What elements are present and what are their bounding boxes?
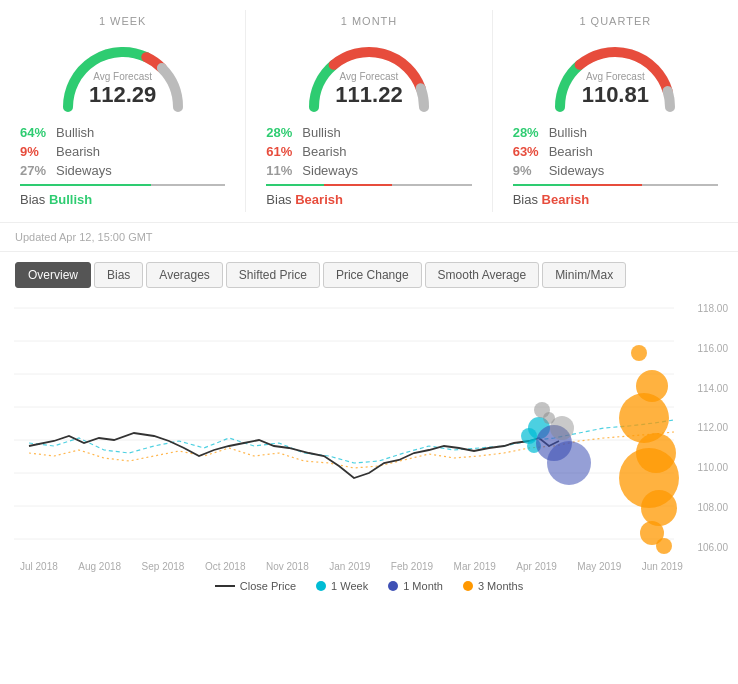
bias-line-week: Bias Bullish (20, 192, 225, 207)
x-tick: Jul 2018 (20, 561, 58, 572)
x-tick: Mar 2019 (454, 561, 496, 572)
tabs-section: OverviewBiasAveragesShifted PricePrice C… (0, 252, 738, 293)
svg-point-21 (641, 490, 677, 526)
bullish-line-month: 28% Bullish (266, 125, 471, 140)
y-tick: 110.00 (683, 462, 733, 473)
bullish-pct-quarter: 28% (513, 125, 549, 140)
bias-text-month: Bias (266, 192, 295, 207)
tab-averages[interactable]: Averages (146, 262, 222, 288)
y-axis: 118.00116.00114.00112.00110.00108.00106.… (683, 298, 733, 558)
sideways-label-quarter: Sideways (549, 163, 605, 178)
x-tick: Oct 2018 (205, 561, 246, 572)
y-tick: 114.00 (683, 383, 733, 394)
legend-label-1-month: 1 Month (403, 580, 443, 592)
x-tick: May 2019 (577, 561, 621, 572)
legend-label-close-price: Close Price (240, 580, 296, 592)
gauge-panel-month: 1 MONTH Avg Forecast 111.22 28% Bullish (246, 10, 492, 212)
legend-item-1-month: 1 Month (388, 580, 443, 592)
bias-line-month: Bias Bearish (266, 192, 471, 207)
legend-dot-1-month (388, 581, 398, 591)
y-tick: 108.00 (683, 502, 733, 513)
bias-text-quarter: Bias (513, 192, 542, 207)
chart-svg-wrapper (5, 298, 683, 558)
gauge-label-month: Avg Forecast 111.22 (335, 71, 402, 108)
bullish-pct-month: 28% (266, 125, 302, 140)
avg-forecast-label-month: Avg Forecast (335, 71, 402, 82)
gauge-panel-quarter: 1 QUARTER Avg Forecast 110.81 28% Bullis… (493, 10, 738, 212)
bullish-line-week: 64% Bullish (20, 125, 225, 140)
svg-point-23 (656, 538, 672, 554)
x-tick: Nov 2018 (266, 561, 309, 572)
bearish-line-month: 61% Bearish (266, 144, 471, 159)
legend-item-3-months: 3 Months (463, 580, 523, 592)
legend-row: Close Price 1 Week 1 Month 3 Months (5, 575, 733, 600)
bias-text-week: Bias (20, 192, 49, 207)
y-tick: 106.00 (683, 542, 733, 553)
x-tick: Apr 2019 (516, 561, 557, 572)
bearish-label-quarter: Bearish (549, 144, 593, 159)
legend-dot-3-months (463, 581, 473, 591)
x-tick: Sep 2018 (142, 561, 185, 572)
tab-minim-max[interactable]: Minim/Max (542, 262, 626, 288)
legend-label-3-months: 3 Months (478, 580, 523, 592)
x-tick: Aug 2018 (78, 561, 121, 572)
legend-label-1-week: 1 Week (331, 580, 368, 592)
bearish-pct-quarter: 63% (513, 144, 549, 159)
chart-area: 118.00116.00114.00112.00110.00108.00106.… (5, 298, 733, 558)
svg-point-12 (534, 402, 550, 418)
bias-value-quarter: Bearish (542, 192, 590, 207)
bearish-pct-week: 9% (20, 144, 56, 159)
tab-overview[interactable]: Overview (15, 262, 91, 288)
legend-dot-1-week (316, 581, 326, 591)
stats-bar-week (20, 184, 225, 186)
avg-value-week: 112.29 (89, 82, 156, 107)
gauge-title-month: 1 MONTH (341, 15, 398, 27)
bullish-line-quarter: 28% Bullish (513, 125, 718, 140)
stats-row-week: 64% Bullish 9% Bearish 27% Sideways Bias… (10, 125, 235, 207)
gauge-container-quarter: Avg Forecast 110.81 (535, 32, 695, 117)
legend-item-close-price: Close Price (215, 580, 296, 592)
bias-value-month: Bearish (295, 192, 343, 207)
bias-line-quarter: Bias Bearish (513, 192, 718, 207)
avg-value-quarter: 110.81 (582, 82, 649, 107)
tab-bar: OverviewBiasAveragesShifted PricePrice C… (15, 262, 723, 288)
stats-bar-month (266, 184, 471, 186)
gauge-label-week: Avg Forecast 112.29 (89, 71, 156, 108)
bullish-label-month: Bullish (302, 125, 340, 140)
bullish-label-week: Bullish (56, 125, 94, 140)
svg-point-14 (547, 441, 591, 485)
y-tick: 116.00 (683, 343, 733, 354)
svg-point-16 (631, 345, 647, 361)
updated-text: Updated Apr 12, 15:00 GMT (0, 223, 738, 252)
legend-item-1-week: 1 Week (316, 580, 368, 592)
tab-smooth-average[interactable]: Smooth Average (425, 262, 540, 288)
bearish-line-week: 9% Bearish (20, 144, 225, 159)
svg-point-15 (550, 416, 574, 440)
bullish-pct-week: 64% (20, 125, 56, 140)
chart-section: 118.00116.00114.00112.00110.00108.00106.… (0, 293, 738, 600)
gauge-container-month: Avg Forecast 111.22 (289, 32, 449, 117)
legend-line-close-price (215, 585, 235, 587)
y-tick: 112.00 (683, 422, 733, 433)
x-tick: Jan 2019 (329, 561, 370, 572)
sideways-label-week: Sideways (56, 163, 112, 178)
gauge-panel-week: 1 WEEK Avg Forecast 112.29 64% Bullish (0, 10, 246, 212)
sideways-pct-quarter: 9% (513, 163, 549, 178)
avg-forecast-label-quarter: Avg Forecast (582, 71, 649, 82)
gauge-title-quarter: 1 QUARTER (579, 15, 651, 27)
y-tick: 118.00 (683, 303, 733, 314)
tab-bias[interactable]: Bias (94, 262, 143, 288)
bearish-line-quarter: 63% Bearish (513, 144, 718, 159)
bearish-pct-month: 61% (266, 144, 302, 159)
x-axis: Jul 2018Aug 2018Sep 2018Oct 2018Nov 2018… (5, 558, 733, 575)
sideways-pct-week: 27% (20, 163, 56, 178)
x-tick: Jun 2019 (642, 561, 683, 572)
gauge-label-quarter: Avg Forecast 110.81 (582, 71, 649, 108)
bias-value-week: Bullish (49, 192, 92, 207)
stats-row-month: 28% Bullish 61% Bearish 11% Sideways Bia… (256, 125, 481, 207)
sideways-line-month: 11% Sideways (266, 163, 471, 178)
bullish-label-quarter: Bullish (549, 125, 587, 140)
tab-price-change[interactable]: Price Change (323, 262, 422, 288)
tab-shifted-price[interactable]: Shifted Price (226, 262, 320, 288)
sideways-label-month: Sideways (302, 163, 358, 178)
